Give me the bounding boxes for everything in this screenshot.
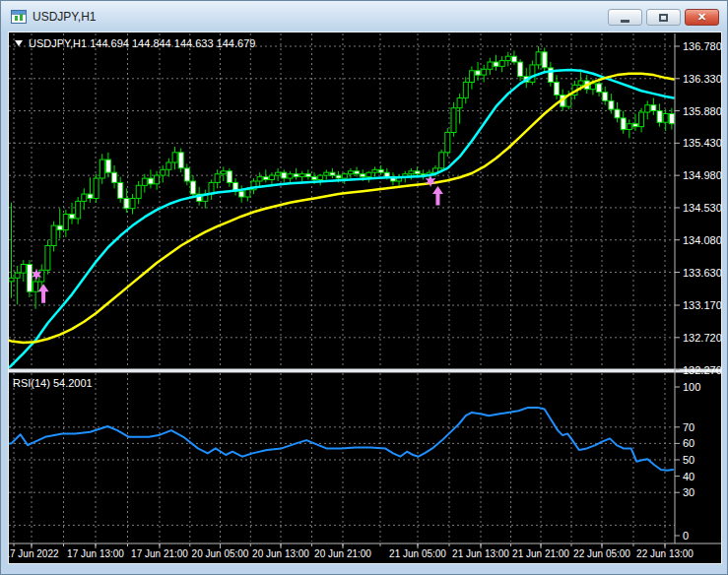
chart-canvas[interactable]: 136.780136.330135.880135.430134.980134.5… — [8, 32, 722, 564]
rsi-axis-label: 60 — [683, 437, 695, 449]
price-axis-label: 136.780 — [683, 40, 722, 52]
pane-divider — [8, 372, 722, 373]
time-axis-label: 20 Jun 05:00 — [192, 548, 249, 559]
price-axis-label: 132.270 — [683, 364, 722, 376]
pane-divider — [8, 368, 722, 369]
restore-button[interactable] — [646, 9, 681, 26]
rsi-axis-label: 50 — [683, 454, 695, 466]
time-axis-label: 17 Jun 2022 — [8, 548, 59, 559]
minimize-button[interactable] — [608, 9, 642, 26]
close-button[interactable]: ✕ — [685, 9, 719, 26]
time-axis-label: 20 Jun 13:00 — [252, 548, 309, 559]
price-axis-label: 134.080 — [683, 234, 722, 246]
price-axis-label: 135.880 — [683, 105, 722, 117]
rsi-axis-label: 0 — [683, 530, 689, 542]
pane-divider — [8, 369, 722, 372]
price-axis-label: 134.530 — [683, 202, 722, 214]
time-axis-label: 22 Jun 13:00 — [636, 548, 694, 559]
price-axis-label: 132.720 — [683, 332, 722, 344]
price-axis-label: 134.980 — [683, 169, 722, 181]
close-icon: ✕ — [697, 10, 706, 25]
price-axis-label: 136.330 — [683, 73, 722, 85]
time-axis-label: 21 Jun 21:00 — [512, 548, 569, 559]
minimize-icon — [621, 20, 629, 23]
chart-client-area[interactable]: 136.780136.330135.880135.430134.980134.5… — [8, 32, 722, 564]
price-axis-label: 133.630 — [683, 267, 722, 279]
mt4-chart-window: USDJPY,H1 ✕ 136.780136.330135.880135.430… — [0, 0, 728, 575]
rsi-axis-label: 30 — [683, 486, 695, 498]
chart-window-icon — [11, 10, 27, 24]
window-titlebar[interactable]: USDJPY,H1 ✕ — [1, 1, 727, 32]
rsi-axis-label: 100 — [683, 381, 700, 393]
time-axis-label: 20 Jun 21:00 — [314, 548, 371, 559]
time-axis-label: 21 Jun 05:00 — [389, 548, 446, 559]
time-axis-label: 17 Jun 13:00 — [67, 548, 124, 559]
time-axis-label: 21 Jun 13:00 — [452, 548, 509, 559]
restore-icon — [659, 14, 668, 22]
window-controls: ✕ — [608, 9, 719, 26]
time-axis-label: 17 Jun 21:00 — [131, 548, 188, 559]
rsi-axis-label: 70 — [683, 421, 695, 433]
price-axis-label: 135.430 — [683, 137, 722, 149]
window-title: USDJPY,H1 — [33, 10, 96, 24]
time-axis-label: 22 Jun 05:00 — [573, 548, 630, 559]
price-axis-label: 133.170 — [683, 299, 722, 311]
rsi-axis-label: 40 — [683, 471, 695, 482]
